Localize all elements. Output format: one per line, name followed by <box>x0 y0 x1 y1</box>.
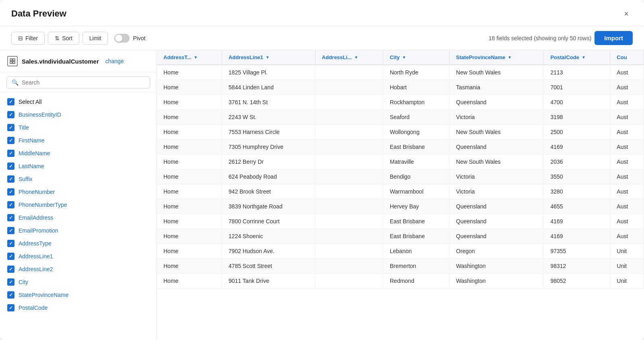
sidebar-item[interactable]: ✓ StateProvinceName <box>0 288 157 301</box>
field-checkbox[interactable]: ✓ <box>7 111 14 118</box>
field-checkbox[interactable]: ✓ <box>7 214 14 221</box>
cell-city: North Ryde <box>383 65 450 80</box>
cell-addresstype: Home <box>157 214 222 229</box>
table-row: Home1825 Village Pl.North RydeNew South … <box>157 65 644 80</box>
sidebar-item[interactable]: ✓ BusinessEntityID <box>0 108 157 121</box>
cell-city: Warrnambool <box>383 184 450 199</box>
table-row: Home7305 Humphrey DriveEast BrisbaneQuee… <box>157 140 644 155</box>
table-row: Home2243 W St.SeafordVictoria3198Aust <box>157 110 644 125</box>
cell-postalcode: 2113 <box>544 65 610 80</box>
field-checkbox[interactable]: ✓ <box>7 227 14 234</box>
select-all-checkbox[interactable]: ✓ <box>7 98 14 105</box>
column-header-addressline1[interactable]: AddressLine1 ▼ <box>222 50 315 65</box>
field-checkbox[interactable]: ✓ <box>7 278 14 286</box>
search-input[interactable] <box>22 79 145 86</box>
field-checkbox[interactable]: ✓ <box>7 266 14 273</box>
sidebar-item[interactable]: ✓ Title <box>0 121 157 134</box>
field-checkbox[interactable]: ✓ <box>7 124 14 131</box>
field-checkbox[interactable]: ✓ <box>7 188 14 196</box>
close-button[interactable]: × <box>620 7 633 20</box>
cell-addressline2 <box>315 80 383 95</box>
sidebar-item[interactable]: ✓ EmailPromotion <box>0 224 157 237</box>
column-header-postalcode[interactable]: PostalCode ▼ <box>544 50 610 65</box>
data-table: AddressT... ▼ AddressLine1 ▼ AddressLi..… <box>157 50 644 288</box>
cell-city: Bendigo <box>383 169 450 184</box>
sidebar-item[interactable]: ✓ AddressLine2 <box>0 263 157 276</box>
cell-addressline1: 3839 Northgate Road <box>222 199 315 214</box>
field-checkbox[interactable]: ✓ <box>7 137 14 144</box>
cell-city: Rockhampton <box>383 95 450 110</box>
select-all-item[interactable]: ✓ Select All <box>0 95 157 108</box>
sidebar-item[interactable]: ✓ EmailAddress <box>0 211 157 224</box>
field-checkbox[interactable]: ✓ <box>7 201 14 208</box>
sidebar-item[interactable]: ✓ MiddleName <box>0 147 157 160</box>
sidebar-item[interactable]: ✓ AddressLine1 <box>0 250 157 263</box>
cell-stateprovincename: Tasmania <box>450 80 544 95</box>
field-label: City <box>19 279 28 285</box>
cell-country: Aust <box>610 184 644 199</box>
sort-arrow-icon: ▼ <box>402 55 406 60</box>
cell-addressline1: 1825 Village Pl. <box>222 65 315 80</box>
filter-button[interactable]: ⊟ Filter <box>11 32 45 45</box>
field-checkbox[interactable]: ✓ <box>7 150 14 157</box>
cell-postalcode: 4655 <box>544 199 610 214</box>
cell-stateprovincename: Washington <box>450 259 544 274</box>
column-header-city[interactable]: City ▼ <box>383 50 450 65</box>
cell-addressline1: 624 Peabody Road <box>222 169 315 184</box>
sidebar-item[interactable]: ✓ AddressType <box>0 237 157 250</box>
field-label: PhoneNumber <box>19 189 55 195</box>
cell-stateprovincename: Queensland <box>450 214 544 229</box>
cell-postalcode: 4169 <box>544 229 610 244</box>
field-checkbox[interactable]: ✓ <box>7 163 14 170</box>
pivot-toggle[interactable] <box>114 34 130 43</box>
cell-postalcode: 2500 <box>544 125 610 140</box>
table-row: Home7902 Hudson Ave.LebanonOregon97355Un… <box>157 244 644 259</box>
sidebar-item[interactable]: ✓ LastName <box>0 160 157 173</box>
table-row: Home7800 Corrinne CourtEast BrisbaneQuee… <box>157 214 644 229</box>
field-label: BusinessEntityID <box>19 111 61 118</box>
check-icon: ✓ <box>9 164 13 169</box>
sidebar-item[interactable]: ✓ PhoneNumber <box>0 185 157 198</box>
field-label: AddressLine1 <box>19 253 53 260</box>
table-row: Home5844 Linden LandHobartTasmania7001Au… <box>157 80 644 95</box>
check-icon: ✓ <box>9 241 13 246</box>
change-link[interactable]: change <box>105 58 124 64</box>
cell-stateprovincename: Queensland <box>450 140 544 155</box>
table-body: Home1825 Village Pl.North RydeNew South … <box>157 65 644 288</box>
column-header-country[interactable]: Cou <box>610 50 644 65</box>
sidebar-item[interactable]: ✓ PhoneNumberType <box>0 198 157 211</box>
cell-postalcode: 7001 <box>544 80 610 95</box>
field-checkbox[interactable]: ✓ <box>7 253 14 260</box>
table-row: Home9011 Tank DriveRedmondWashington9805… <box>157 274 644 288</box>
sidebar-item[interactable]: ✓ FirstName <box>0 134 157 147</box>
field-checkbox[interactable]: ✓ <box>7 240 14 247</box>
sidebar-item[interactable]: ✓ Suffix <box>0 173 157 185</box>
sort-arrow-icon: ▼ <box>508 55 512 60</box>
cell-addresstype: Home <box>157 244 222 259</box>
cell-stateprovincename: Queensland <box>450 95 544 110</box>
import-button[interactable]: Import <box>594 31 633 45</box>
pivot-label: Pivot <box>133 35 145 41</box>
check-icon: ✓ <box>9 151 13 156</box>
column-header-addressline2[interactable]: AddressLi... ▼ <box>315 50 383 65</box>
cell-country: Unit <box>610 259 644 274</box>
table-row: Home942 Brook StreetWarrnamboolVictoria3… <box>157 184 644 199</box>
sort-button[interactable]: ⇅ Sort <box>48 32 79 45</box>
sidebar-item[interactable]: ✓ PostalCode <box>0 301 157 314</box>
cell-stateprovincename: Victoria <box>450 169 544 184</box>
field-checkbox[interactable]: ✓ <box>7 175 14 183</box>
column-header-addresstype[interactable]: AddressT... ▼ <box>157 50 222 65</box>
check-icon: ✓ <box>9 125 13 130</box>
cell-stateprovincename: Queensland <box>450 229 544 244</box>
field-checkbox[interactable]: ✓ <box>7 291 14 299</box>
svg-rect-0 <box>10 59 12 61</box>
cell-addressline2 <box>315 169 383 184</box>
column-header-stateprovincename[interactable]: StateProvinceName ▼ <box>450 50 544 65</box>
field-checkbox[interactable]: ✓ <box>7 304 14 311</box>
sidebar-item[interactable]: ✓ City <box>0 276 157 288</box>
cell-addressline1: 2243 W St. <box>222 110 315 125</box>
cell-country: Aust <box>610 125 644 140</box>
limit-button[interactable]: Limit <box>83 32 108 45</box>
table-row: Home1224 ShoenicEast BrisbaneQueensland4… <box>157 229 644 244</box>
cell-addressline2 <box>315 125 383 140</box>
